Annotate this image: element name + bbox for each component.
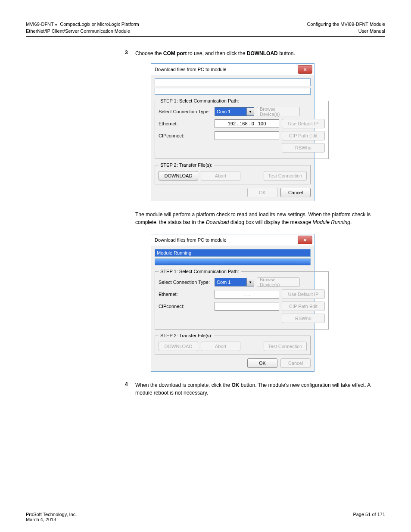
rswho-button[interactable]: RSWho bbox=[282, 314, 325, 323]
dialog-title: Download files from PC to module bbox=[155, 67, 226, 72]
step-3-followup: The module will perform a platform check… bbox=[135, 211, 372, 226]
cancel-button[interactable]: Cancel bbox=[280, 358, 311, 368]
step-3-number: 3 bbox=[125, 50, 135, 57]
footer-company: ProSoft Technology, Inc. bbox=[26, 512, 353, 517]
step2-fieldset: STEP 2: Transfer File(s): DOWNLOAD Abort… bbox=[155, 162, 311, 184]
page-footer: ProSoft Technology, Inc. March 4, 2013 P… bbox=[26, 512, 385, 522]
download-button[interactable]: DOWNLOAD bbox=[159, 171, 198, 180]
header-right-2: User Manual bbox=[172, 28, 385, 34]
select-connection-label: Select Connection Type: bbox=[159, 280, 215, 285]
close-icon[interactable]: ✕ bbox=[298, 65, 312, 74]
abort-button[interactable]: Abort bbox=[201, 342, 240, 351]
footer-date: March 4, 2013 bbox=[26, 517, 353, 522]
chevron-down-icon[interactable]: ▼ bbox=[246, 278, 254, 286]
status-field bbox=[155, 78, 311, 86]
header-divider bbox=[26, 36, 385, 37]
progress-bar bbox=[155, 88, 311, 95]
product-name: MVI69-DFNT bbox=[26, 22, 55, 27]
cancel-button[interactable]: Cancel bbox=[280, 188, 311, 197]
download-dialog-running: Download files from PC to module ✕ Modul… bbox=[151, 234, 314, 372]
doc-header-line1: MVI69-DFNT ♦ CompactLogix or MicroLogix … bbox=[26, 22, 385, 27]
test-connection-button[interactable]: Test Connection bbox=[264, 342, 307, 351]
dialog-title: Download files from PC to module bbox=[155, 237, 226, 243]
download-dialog: Download files from PC to module ✕ STEP … bbox=[151, 63, 314, 201]
platform-name: CompactLogix or MicroLogix Platform bbox=[60, 22, 139, 27]
cip-path-edit-button[interactable]: CIP Path Edit bbox=[282, 131, 325, 140]
chevron-down-icon[interactable]: ▼ bbox=[246, 108, 254, 115]
step-3-text: Choose the COM port to use, and then cli… bbox=[135, 50, 295, 57]
step2-legend: STEP 2: Transfer File(s): bbox=[159, 162, 214, 168]
ip-input[interactable]: 192 . 168 . 0 . 100 bbox=[215, 119, 279, 128]
ip-input[interactable]: . . . bbox=[215, 290, 279, 299]
ethernet-label: Ethernet: bbox=[159, 292, 215, 297]
step-4-row: 4 When the download is complete, click t… bbox=[125, 381, 372, 397]
step1-fieldset: STEP 1: Select Communication Path: Selec… bbox=[155, 269, 329, 330]
ok-button[interactable]: OK bbox=[247, 358, 277, 368]
download-button[interactable]: DOWNLOAD bbox=[159, 342, 198, 351]
step1-legend: STEP 1: Select Communication Path: bbox=[159, 269, 241, 274]
step-3-row: 3 Choose the COM port to use, and then c… bbox=[125, 50, 372, 57]
use-default-ip-button[interactable]: Use Default IP bbox=[282, 119, 325, 128]
test-connection-button[interactable]: Test Connection bbox=[264, 171, 307, 180]
abort-button[interactable]: Abort bbox=[201, 171, 240, 180]
doc-header-line2: EtherNet/IP Client/Server Communication … bbox=[26, 28, 385, 34]
connection-type-combo[interactable]: Com 1 ▼ bbox=[215, 107, 254, 116]
step2-legend: STEP 2: Transfer File(s): bbox=[159, 333, 214, 338]
cipconnect-label: CIPconnect: bbox=[159, 304, 215, 309]
cipconnect-label: CIPconnect: bbox=[159, 133, 215, 138]
select-connection-label: Select Connection Type: bbox=[159, 109, 215, 114]
cip-path-edit-button[interactable]: CIP Path Edit bbox=[282, 302, 325, 311]
step1-legend: STEP 1: Select Communication Path: bbox=[159, 98, 241, 103]
use-default-ip-button[interactable]: Use Default IP bbox=[282, 289, 325, 299]
dialog-title-bar: Download files from PC to module ✕ bbox=[151, 234, 314, 246]
footer-divider bbox=[26, 509, 385, 509]
browse-devices-button[interactable]: Browse Device(s) bbox=[257, 277, 300, 287]
header-right-1: Configuring the MVI69-DFNT Module bbox=[172, 22, 385, 27]
footer-page: Page 51 of 171 bbox=[353, 512, 385, 522]
progress-bar bbox=[155, 258, 311, 265]
step-4-number: 4 bbox=[125, 381, 135, 397]
ethernet-label: Ethernet: bbox=[159, 121, 215, 126]
rswho-button[interactable]: RSWho bbox=[282, 143, 325, 152]
ok-button[interactable]: OK bbox=[247, 188, 277, 197]
browse-devices-button[interactable]: Browse Device(s) bbox=[257, 107, 300, 116]
dialog-title-bar: Download files from PC to module ✕ bbox=[151, 64, 314, 75]
module-name: EtherNet/IP Client/Server Communication … bbox=[26, 28, 172, 34]
diamond-icon: ♦ bbox=[55, 22, 57, 27]
close-icon[interactable]: ✕ bbox=[298, 236, 312, 244]
cip-path-input[interactable] bbox=[215, 131, 279, 140]
step2-fieldset: STEP 2: Transfer File(s): DOWNLOAD Abort… bbox=[155, 333, 311, 355]
step-4-text: When the download is complete, click the… bbox=[135, 381, 372, 397]
status-field: Module Running bbox=[155, 249, 311, 257]
cip-path-input[interactable] bbox=[215, 302, 279, 311]
step1-fieldset: STEP 1: Select Communication Path: Selec… bbox=[155, 98, 329, 159]
connection-type-combo[interactable]: Com 1 ▼ bbox=[215, 278, 254, 286]
